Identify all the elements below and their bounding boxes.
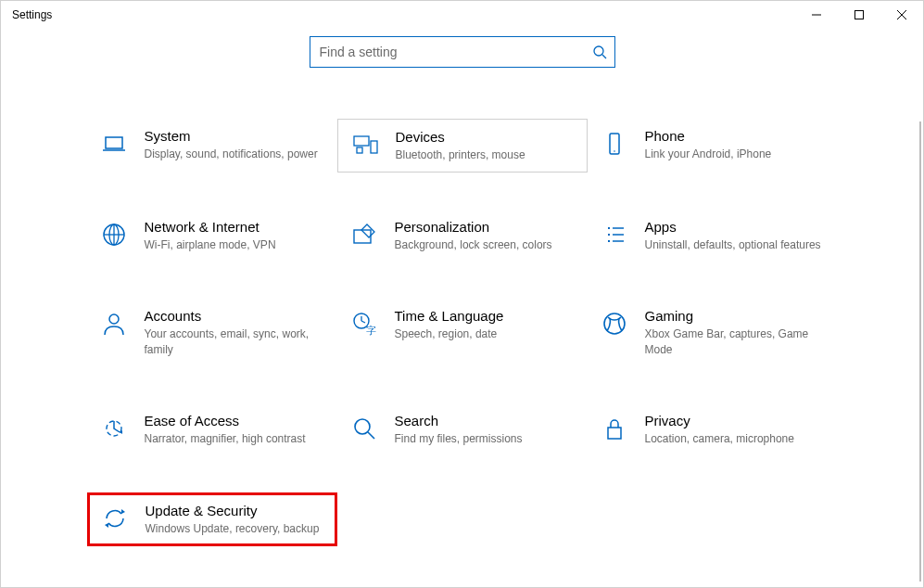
tile-title: Phone [645,128,825,144]
svg-point-4 [594,46,603,56]
person-icon [100,310,128,338]
ease-icon [100,415,128,442]
tile-text: Ease of AccessNarrator, magnifier, high … [145,413,324,446]
tile-desc: Speech, region, date [395,326,575,341]
window-title: Settings [12,8,52,21]
tile-desc: Wi-Fi, airplane mode, VPN [145,237,324,252]
tile-text: AppsUninstall, defaults, optional featur… [645,219,825,252]
tile-title: Apps [645,219,825,235]
laptop-icon [100,130,128,158]
maximize-button[interactable] [838,1,880,29]
tile-desc: Find my files, permissions [395,431,575,446]
search-box[interactable] [310,36,615,68]
category-tile-network[interactable]: Network & InternetWi-Fi, airplane mode, … [87,210,337,262]
tile-title: Time & Language [395,308,575,324]
tile-text: DevicesBluetooth, printers, mouse [396,129,574,162]
tile-text: PersonalizationBackground, lock screen, … [395,219,575,252]
tile-desc: Background, lock screen, colors [395,237,575,252]
content: SystemDisplay, sound, notifications, pow… [1,29,923,546]
tile-text: PhoneLink your Android, iPhone [645,128,825,161]
category-tile-personalization[interactable]: PersonalizationBackground, lock screen, … [337,210,588,262]
tile-desc: Uninstall, defaults, optional features [645,237,825,252]
settings-grid: SystemDisplay, sound, notifications, pow… [1,119,923,546]
list-icon [601,221,628,249]
category-tile-devices[interactable]: DevicesBluetooth, printers, mouse [337,119,588,173]
tile-title: Ease of Access [145,413,324,428]
close-button[interactable] [880,1,923,29]
minimize-button[interactable] [795,1,838,29]
tile-title: Network & Internet [145,219,324,235]
tile-desc: Your accounts, email, sync, work, family [145,326,324,356]
tile-desc: Display, sound, notifications, power [145,147,324,161]
category-tile-system[interactable]: SystemDisplay, sound, notifications, pow… [87,119,337,173]
search-container [1,36,923,68]
search-input[interactable] [320,45,592,59]
tile-title: Search [395,413,575,428]
xbox-icon [601,310,628,338]
tile-title: Accounts [145,308,324,324]
tile-text: Update & SecurityWindows Update, recover… [146,503,323,536]
tile-text: Network & InternetWi-Fi, airplane mode, … [145,219,324,252]
category-tile-privacy[interactable]: PrivacyLocation, camera, microphone [588,403,838,455]
tile-title: Privacy [645,413,825,428]
tile-text: Time & LanguageSpeech, region, date [395,308,575,341]
tile-title: Gaming [645,308,825,324]
tile-text: SystemDisplay, sound, notifications, pow… [145,128,324,161]
category-tile-apps[interactable]: AppsUninstall, defaults, optional featur… [588,210,838,262]
tile-title: Personalization [395,219,575,235]
category-tile-update[interactable]: Update & SecurityWindows Update, recover… [87,492,337,546]
window-controls [795,1,923,29]
tile-desc: Narrator, magnifier, high contrast [145,431,324,446]
category-tile-phone[interactable]: PhoneLink your Android, iPhone [588,119,838,173]
clock-lang-icon [350,310,378,338]
titlebar: Settings [1,1,923,29]
svg-rect-1 [855,11,864,19]
tile-desc: Link your Android, iPhone [645,147,825,161]
lock-icon [601,415,628,442]
tile-desc: Windows Update, recovery, backup [146,521,323,536]
tile-text: PrivacyLocation, camera, microphone [645,413,825,446]
scrollbar[interactable] [919,121,921,582]
category-tile-accounts[interactable]: AccountsYour accounts, email, sync, work… [87,299,337,365]
phone-icon [601,130,628,158]
svg-line-5 [602,55,606,58]
tile-text: AccountsYour accounts, email, sync, work… [145,308,324,356]
pen-monitor-icon [350,221,378,249]
tile-text: GamingXbox Game Bar, captures, Game Mode [645,308,825,356]
tile-desc: Location, camera, microphone [645,431,825,446]
tile-title: System [145,128,324,144]
tile-desc: Bluetooth, printers, mouse [396,147,574,162]
devices-icon [351,131,379,159]
search-icon [592,45,607,59]
category-tile-search-cat[interactable]: SearchFind my files, permissions [337,403,588,455]
tile-desc: Xbox Game Bar, captures, Game Mode [645,326,825,356]
category-tile-time[interactable]: Time & LanguageSpeech, region, date [337,299,588,365]
category-tile-gaming[interactable]: GamingXbox Game Bar, captures, Game Mode [588,299,838,365]
tile-title: Devices [396,129,574,145]
magnifier-icon [350,415,378,442]
sync-icon [101,505,129,532]
tile-text: SearchFind my files, permissions [395,413,575,446]
tile-title: Update & Security [146,503,323,518]
globe-icon [100,221,128,249]
category-tile-ease[interactable]: Ease of AccessNarrator, magnifier, high … [87,403,337,455]
